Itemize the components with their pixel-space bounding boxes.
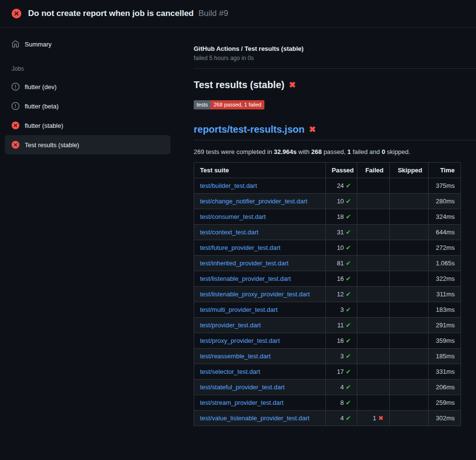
failed-cell: [357, 380, 390, 395]
sidebar-item-flutter-dev[interactable]: flutter (dev): [5, 77, 170, 96]
suite-cell: test/value_listenable_provider_test.dart: [194, 411, 326, 426]
test-results-table: Test suitePassedFailedSkippedTime test/b…: [194, 162, 461, 426]
test-suite-link[interactable]: test/proxy_provider_test.dart: [200, 337, 280, 344]
failed-cell: [357, 395, 390, 411]
sidebar-item-summary[interactable]: Summary: [5, 35, 170, 53]
table-row: test/future_provider_test.dart 10✔ 272ms: [194, 240, 461, 256]
passed-cell: 4✔: [326, 411, 357, 426]
suite-cell: test/stateful_provider_test.dart: [194, 380, 326, 395]
sidebar-item-flutter-stable[interactable]: flutter (stable): [5, 116, 170, 135]
test-suite-link[interactable]: test/multi_provider_test.dart: [200, 306, 277, 313]
failed-cell: [357, 364, 390, 380]
check-icon: ✔: [346, 260, 351, 267]
failed-cell: [357, 256, 390, 271]
job-label: flutter (beta): [25, 103, 59, 110]
build-number: Build #9: [199, 9, 228, 18]
table-row: test/builder_test.dart 24✔ 375ms: [194, 178, 461, 194]
time-cell: 311ms: [429, 287, 461, 302]
skipped-cell: [390, 411, 429, 426]
check-icon: ✔: [346, 383, 351, 391]
skipped-cell: [390, 209, 429, 225]
test-suite-link[interactable]: test/context_test.dart: [200, 229, 259, 236]
test-suite-link[interactable]: test/consumer_test.dart: [200, 213, 266, 220]
sidebar: Summary Jobs flutter (dev) flutter (beta…: [0, 28, 175, 154]
failed-cell: [357, 209, 390, 225]
check-title-text: Do not create report when job is cancell…: [28, 9, 194, 18]
failed-cell: [357, 240, 390, 256]
check-icon: ✔: [346, 213, 351, 220]
check-icon: ✔: [346, 353, 351, 360]
time-cell: 359ms: [429, 333, 461, 349]
test-suite-link[interactable]: test/selector_test.dart: [200, 368, 260, 375]
report-link[interactable]: reports/test-results.json: [194, 124, 305, 135]
skipped-cell: [390, 349, 429, 364]
suite-cell: test/listenable_provider_test.dart: [194, 271, 326, 287]
passed-cell: 24✔: [326, 178, 357, 194]
failed-cell: [357, 318, 390, 333]
check-icon: ✔: [346, 337, 351, 344]
check-icon: ✔: [346, 244, 351, 251]
time-cell: 272ms: [429, 240, 461, 256]
failed-x-circle-icon: [12, 9, 21, 18]
table-body: test/builder_test.dart 24✔ 375ms test/ch…: [194, 178, 461, 426]
time-cell: 280ms: [429, 194, 461, 209]
check-icon: ✔: [346, 291, 351, 298]
main-content: GitHub Actions / Test results (stable) f…: [175, 28, 476, 438]
passed-cell: 16✔: [326, 271, 357, 287]
jobs-section-label: Jobs: [12, 65, 170, 72]
failed-cell: [357, 271, 390, 287]
skipped-cell: [390, 318, 429, 333]
summary-label: Summary: [25, 41, 52, 48]
check-icon: ✔: [346, 275, 351, 282]
table-row: test/stream_provider_test.dart 8✔ 259ms: [194, 395, 461, 411]
x-circle-icon: [12, 122, 19, 129]
column-header-skipped: Skipped: [390, 163, 429, 178]
check-icon: ✔: [346, 198, 351, 205]
time-cell: 206ms: [429, 380, 461, 395]
test-suite-link[interactable]: test/change_notifier_provider_test.dart: [200, 198, 307, 205]
test-suite-link[interactable]: test/value_listenable_provider_test.dart: [200, 414, 309, 422]
test-suite-link[interactable]: test/stream_provider_test.dart: [200, 399, 284, 406]
badge-label: tests: [194, 100, 211, 109]
skipped-cell: [390, 240, 429, 256]
passed-cell: 81✔: [326, 256, 357, 271]
failed-cell: [357, 349, 390, 364]
skipped-cell: [390, 302, 429, 318]
passed-cell: 17✔: [326, 364, 357, 380]
section-title: Test results (stable) ✖: [194, 79, 461, 91]
status-line: failed 5 hours ago in 0s: [194, 55, 461, 61]
table-row: test/stateful_provider_test.dart 4✔ 206m…: [194, 380, 461, 395]
test-suite-link[interactable]: test/reassemble_test.dart: [200, 353, 271, 360]
skipped-cell: [390, 194, 429, 209]
test-suite-link[interactable]: test/future_provider_test.dart: [200, 244, 280, 251]
table-row: test/change_notifier_provider_test.dart …: [194, 194, 461, 209]
divider: [194, 68, 476, 69]
test-suite-link[interactable]: test/provider_test.dart: [200, 322, 261, 329]
skipped-cell: [390, 333, 429, 349]
test-suite-link[interactable]: test/listenable_provider_test.dart: [200, 275, 291, 282]
passed-cell: 11✔: [326, 318, 357, 333]
test-suite-link[interactable]: test/inherited_provider_test.dart: [200, 260, 289, 267]
sidebar-item-flutter-beta[interactable]: flutter (beta): [5, 96, 170, 116]
sidebar-item-test-results-stable[interactable]: Test results (stable): [5, 135, 170, 154]
duration-value: 32.964s: [274, 148, 296, 155]
failed-cell: 1✖: [357, 411, 390, 426]
breadcrumb: GitHub Actions / Test results (stable): [194, 45, 461, 52]
column-header-passed: Passed: [326, 163, 357, 178]
suite-cell: test/context_test.dart: [194, 225, 326, 240]
test-suite-link[interactable]: test/stateful_provider_test.dart: [200, 383, 285, 391]
test-suite-link[interactable]: test/listenable_proxy_provider_test.dart: [200, 291, 310, 298]
failed-cell: [357, 287, 390, 302]
time-cell: 291ms: [429, 318, 461, 333]
job-label: Test results (stable): [25, 141, 79, 149]
table-row: test/provider_test.dart 11✔ 291ms: [194, 318, 461, 333]
report-title: reports/test-results.json ✖: [194, 124, 476, 140]
skipped-cell: [390, 395, 429, 411]
job-label: flutter (dev): [25, 83, 57, 91]
suite-cell: test/stream_provider_test.dart: [194, 395, 326, 411]
stop-icon: [12, 102, 19, 110]
test-suite-link[interactable]: test/builder_test.dart: [200, 182, 257, 189]
failed-cell: [357, 225, 390, 240]
failed-cell: [357, 194, 390, 209]
suite-cell: test/inherited_provider_test.dart: [194, 256, 326, 271]
